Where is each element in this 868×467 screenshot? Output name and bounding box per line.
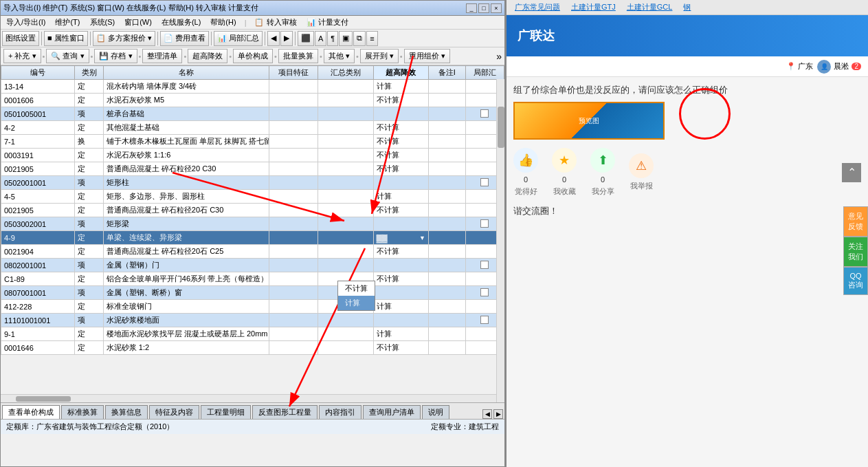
tab-prev-btn[interactable]: ◀ — [482, 409, 492, 419]
cell-code: 9-1 — [1, 327, 75, 341]
tab-next-btn[interactable]: ▶ — [493, 409, 503, 419]
btn-nav-next[interactable]: ▶ — [280, 31, 293, 46]
report-icon[interactable]: ⚠ — [629, 153, 654, 178]
btn-qq-consult[interactable]: QQ咨询 — [843, 267, 868, 295]
btn-icon2[interactable]: A — [315, 31, 326, 46]
tab-features[interactable]: 特征及内容 — [149, 405, 199, 419]
checkbox[interactable] — [480, 261, 489, 269]
like-icon[interactable]: 👍 — [513, 148, 538, 173]
superhigh-dropdown[interactable]: 不计算 计算 — [337, 281, 375, 311]
tab-content-guide[interactable]: 内容指引 — [319, 405, 361, 419]
cell-feature — [269, 135, 318, 149]
scroll-up-button[interactable]: ⌃ — [842, 163, 861, 182]
action-share[interactable]: ⬆ 0 我分享 — [590, 148, 615, 197]
cell-type: 定 — [75, 327, 104, 341]
checkbox[interactable] — [480, 178, 489, 186]
dropdown-arrow-icon[interactable]: ▼ — [419, 235, 425, 241]
share-count: 0 — [601, 175, 605, 184]
window-controls[interactable]: _ □ × — [466, 3, 502, 13]
hscroll-thumb[interactable] — [16, 396, 71, 402]
right-tab-steel[interactable]: 钢 — [678, 1, 696, 14]
right-tab-gcl[interactable]: 土建计量GCL — [621, 1, 678, 14]
scrollbar-thumb[interactable] — [498, 107, 504, 148]
btn-multi-plan[interactable]: 📋 多方案报价 ▾ — [93, 31, 155, 46]
btn-icon6[interactable]: ≡ — [366, 31, 377, 46]
menu-online[interactable]: 在线服务(L) — [157, 16, 205, 29]
btn-drawing-settings[interactable]: 图纸设置 — [2, 31, 39, 46]
btn-others[interactable]: 其他 ▾ — [324, 49, 355, 63]
btn-reuse[interactable]: 重用组价 ▾ — [404, 49, 450, 63]
tab-convert-info[interactable]: 换算信息 — [105, 405, 148, 419]
btn-icon5[interactable]: ⧉ — [353, 31, 366, 46]
menu-help[interactable]: 帮助(H) — [206, 16, 240, 29]
cell-code: 0502001001 — [1, 176, 75, 190]
btn-query[interactable]: 🔍 查询 ▾ — [46, 49, 89, 63]
tab-description[interactable]: 说明 — [422, 405, 449, 419]
btn-unit-price[interactable]: 单价构成 — [233, 49, 273, 63]
btn-supplement[interactable]: + 补充 ▾ — [3, 49, 41, 63]
tab-quantity-detail[interactable]: 工程量明细 — [201, 405, 251, 419]
btn-icon1[interactable]: ⬛ — [298, 31, 314, 46]
checkbox[interactable] — [480, 316, 489, 324]
tab-standard-convert[interactable]: 标准换算 — [61, 405, 104, 419]
menu-system[interactable]: 系统(S) — [86, 16, 120, 29]
tab-query-user-list[interactable]: 查询用户清单 — [363, 405, 421, 419]
horizontal-scrollbar[interactable] — [1, 394, 496, 402]
btn-follow-us[interactable]: 关注我们 — [843, 237, 868, 267]
checkbox[interactable] — [480, 288, 489, 296]
cell-type: 项 — [75, 314, 104, 327]
header-superhigh[interactable]: 超高降效 — [373, 66, 428, 80]
vertical-scrollbar[interactable] — [496, 79, 504, 402]
dropdown-option-bujiSuan[interactable]: 不计算 — [338, 281, 375, 296]
btn-local-summary[interactable]: 📊 局部汇总 — [214, 31, 263, 46]
tab-view-unit-price[interactable]: 查看单价构成 — [2, 405, 60, 419]
btn-batch-convert[interactable]: 批量换算 — [278, 49, 318, 63]
btn-organize[interactable]: 整理清单 — [142, 49, 182, 63]
cell-feature — [269, 300, 318, 314]
cell-type: 换 — [75, 135, 104, 149]
share-icon[interactable]: ⬆ — [590, 148, 615, 173]
checkbox[interactable] — [480, 109, 489, 118]
btn-icon4[interactable]: ▣ — [339, 31, 353, 46]
sep2 — [90, 32, 91, 45]
title-bar: 导入导出(I) 维护(T) 系统(S) 窗口(W) 在线服务(L) 帮助(H) … — [1, 1, 504, 16]
btn-icon3[interactable]: ¶ — [327, 31, 338, 46]
menu-maintain[interactable]: 维护(T) — [51, 16, 84, 29]
btn-toolbar-expand[interactable]: » — [496, 51, 502, 62]
close-button[interactable]: × — [491, 3, 502, 13]
menu-bar: 导入/导出(I) 维护(T) 系统(S) 窗口(W) 在线服务(L) 帮助(H)… — [1, 16, 504, 30]
collect-icon[interactable]: ★ — [552, 148, 577, 173]
cell-feature — [269, 245, 318, 259]
cell-feature — [269, 217, 318, 231]
action-collect[interactable]: ★ 0 我收藏 — [552, 148, 577, 197]
preview-image: 预览图 — [513, 102, 665, 140]
btn-expand[interactable]: 展开到 ▾ — [360, 49, 399, 63]
btn-property-window[interactable]: ■ 属性窗口 — [44, 31, 88, 46]
cell-type: 定 — [75, 190, 104, 204]
table-row: 7-1 换 铺于木檩条木椽板土瓦屋面 单层瓦 抹脚瓦 搭七留三 不计算 — [1, 135, 504, 149]
btn-fee-check[interactable]: 📄 费用查看 — [160, 31, 209, 46]
checkbox[interactable] — [480, 219, 489, 228]
cell-superhigh[interactable]: ▓▓ ▼ — [373, 231, 428, 245]
cell-summary — [318, 176, 373, 190]
action-like[interactable]: 👍 0 觉得好 — [513, 148, 538, 197]
btn-archive[interactable]: 💾 存档 ▾ — [94, 49, 137, 63]
menu-window[interactable]: 窗口(W) — [120, 16, 156, 29]
dropdown-option-jiSuan[interactable]: 计算 — [338, 296, 375, 310]
btn-superhigh[interactable]: 超高降效 — [188, 49, 227, 63]
sep3 — [157, 32, 158, 45]
maximize-button[interactable]: □ — [478, 3, 489, 13]
btn-feedback[interactable]: 意见反馈 — [843, 206, 868, 237]
action-report[interactable]: ⚠ 我举报 — [629, 153, 654, 191]
right-tab-gtj[interactable]: 土建计量GTJ — [566, 1, 621, 14]
menu-import-export[interactable]: 导入/导出(I) — [2, 16, 49, 29]
btn-nav-prev[interactable]: ◀ — [267, 31, 280, 46]
sep5 — [265, 32, 265, 45]
tab-check-drawing[interactable]: 反查图形工程量 — [252, 405, 318, 419]
cell-feature — [269, 231, 318, 245]
tab-navigation[interactable]: ◀ ▶ — [482, 409, 503, 419]
minimize-button[interactable]: _ — [466, 3, 477, 13]
menu-measure[interactable]: 📊 计量支付 — [302, 16, 353, 29]
menu-transfer[interactable]: 📋 转入审核 — [250, 16, 300, 29]
right-tab-guangdong-common[interactable]: 广东常见问题 — [509, 1, 566, 14]
